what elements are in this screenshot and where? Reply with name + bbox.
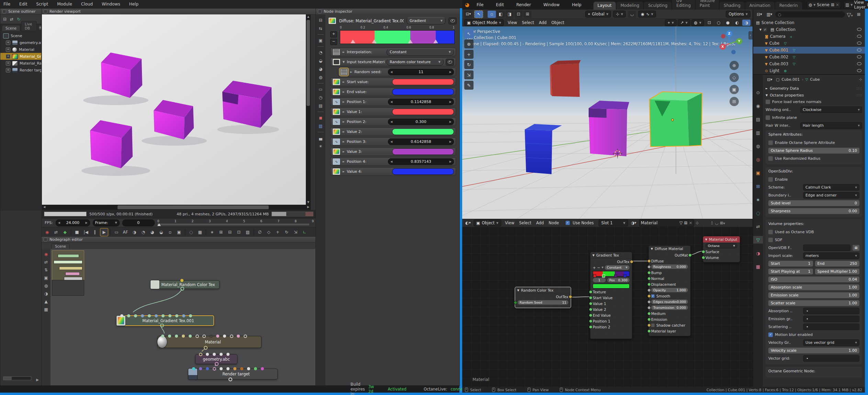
- properties-tab-object-data[interactable]: ▽: [753, 236, 763, 244]
- prop-slider[interactable]: Velocity scale1.00: [768, 348, 859, 353]
- shader-menu-view[interactable]: View: [503, 221, 517, 225]
- scale-tool-icon[interactable]: ⇲: [464, 70, 474, 79]
- image-icon[interactable]: ▣: [44, 275, 48, 280]
- crop-icon[interactable]: ▣: [175, 228, 183, 236]
- collapse-tree-icon[interactable]: ⇄: [10, 17, 13, 22]
- panel-checkbox-icon[interactable]: [44, 10, 47, 13]
- socket[interactable]: [226, 367, 230, 370]
- perspective-toggle-icon[interactable]: ⊞: [730, 97, 739, 106]
- prop-slider[interactable]: Octane Sphere Radius0.10: [768, 148, 859, 154]
- menu-module[interactable]: Module: [57, 2, 72, 7]
- options-dropdown[interactable]: Options▼: [726, 11, 750, 18]
- input-socket[interactable]: [589, 308, 592, 311]
- rotate-tool-icon[interactable]: ↻: [464, 60, 474, 69]
- menu-help[interactable]: Help: [570, 2, 584, 7]
- workspace-tab-layout[interactable]: Layout: [593, 2, 616, 10]
- properties-tab-world[interactable]: ◎: [753, 156, 763, 163]
- socket[interactable]: [213, 353, 216, 356]
- menu-file[interactable]: File: [3, 2, 10, 7]
- param-color-swatch[interactable]: [392, 148, 454, 155]
- socket[interactable]: [168, 314, 171, 317]
- axis-y-handle[interactable]: Y: [736, 38, 742, 44]
- select-mode-invert-icon[interactable]: ⊡: [514, 11, 523, 18]
- socket[interactable]: [155, 314, 158, 317]
- input-socket[interactable]: [702, 250, 705, 253]
- material-name-field[interactable]: Material ▽ ⊞ ×: [639, 219, 694, 227]
- interpolation-dropdown[interactable]: Constant▼: [605, 265, 630, 270]
- fit-screen-icon[interactable]: ▭: [113, 228, 120, 236]
- tree-item-render-targ[interactable]: +Render targ: [0, 67, 42, 74]
- properties-tab-view-layer[interactable]: ▥: [753, 129, 763, 136]
- prop-dropdown[interactable]: Clockwise▼: [800, 106, 862, 113]
- input-slider[interactable]: Roughness0.000: [651, 264, 688, 269]
- collection-checkbox[interactable]: ✓: [763, 28, 767, 32]
- prop-dropdown[interactable]: Edge and corner▼: [803, 192, 859, 199]
- socket[interactable]: [206, 367, 209, 370]
- workspace-tab-modeling[interactable]: Modeling: [616, 2, 644, 10]
- nodegraph-canvas[interactable]: Material_Random Color Tex Material_Gradi…: [51, 249, 316, 386]
- copy-material-icon[interactable]: ⊞: [684, 221, 688, 225]
- material-browse-icon[interactable]: ◑▼: [630, 220, 638, 226]
- output-target-dropdown[interactable]: Octane▼: [705, 243, 737, 248]
- input-checkbox[interactable]: ✓: [651, 294, 655, 298]
- viewport-vscrollbar[interactable]: ▲ ▼: [306, 14, 311, 205]
- pause-icon[interactable]: ‖: [91, 228, 99, 236]
- menu-script[interactable]: Script: [36, 2, 48, 7]
- remove-stop-icon[interactable]: −: [597, 266, 600, 270]
- camera-view-icon[interactable]: ▣: [730, 85, 739, 94]
- navigation-gizmo[interactable]: Z Y X: [716, 31, 742, 57]
- editor-type-dropdown[interactable]: ⊟▼: [464, 11, 472, 18]
- zoom-view-icon[interactable]: ⊕: [730, 61, 739, 70]
- refresh-icon[interactable]: ↻: [17, 17, 20, 22]
- param-spinner[interactable]: ◀0.300▶: [388, 118, 454, 125]
- select-mode-intersect-icon[interactable]: ⊞: [523, 11, 532, 18]
- socket[interactable]: [237, 335, 240, 338]
- prop-id-field[interactable]: •: [803, 355, 859, 362]
- input-socket[interactable]: [647, 324, 651, 327]
- rgb-preview-icon[interactable]: ◆: [61, 228, 69, 236]
- select-mode-subtract-icon[interactable]: ◨: [505, 11, 514, 18]
- socket[interactable]: [196, 335, 199, 338]
- node-random-color-tex[interactable]: Material_Random Color Tex: [151, 280, 220, 289]
- display-mode-dropdown[interactable]: ⊟▼: [755, 11, 764, 18]
- histogram-icon[interactable]: ▄: [319, 136, 322, 140]
- editor-type-dropdown[interactable]: ◐▼: [464, 220, 472, 226]
- pan-view-icon[interactable]: ◇: [730, 73, 739, 82]
- expand-arrow-icon[interactable]: ►: [343, 80, 345, 83]
- camera-icon[interactable]: ◔: [319, 50, 322, 55]
- node-diffuse-material[interactable]: ▼Diffuse Material OutMat DiffuseRoughnes…: [648, 245, 691, 336]
- gradient-editor[interactable]: + − 00.20.40.60.81: [330, 26, 456, 46]
- random-seed-field[interactable]: Random Seed11: [518, 300, 568, 305]
- decrement-icon[interactable]: ◀: [58, 221, 60, 224]
- material-icon[interactable]: ◍: [319, 75, 322, 80]
- outliner-item-cube-003[interactable]: ▼Cube.003▽: [753, 60, 865, 67]
- socket[interactable]: [189, 314, 192, 317]
- prop-slider[interactable]: Speed Multiplier1.00: [815, 269, 860, 274]
- hide-eye-icon[interactable]: [857, 61, 861, 66]
- shader-menu-add[interactable]: Add: [534, 221, 546, 225]
- active-select-tool[interactable]: ↖: [475, 11, 483, 18]
- menu-edit[interactable]: Edit: [493, 2, 506, 7]
- stop-color-swatch[interactable]: [593, 284, 630, 289]
- render-viewport-canvas[interactable]: ▲ ▼: [42, 14, 311, 205]
- layers-icon[interactable]: ▨: [319, 124, 322, 128]
- node-gradient-tex[interactable]: ▼Gradient Tex OutTex +−▼ Constant▼ 1 Pos…: [590, 252, 632, 339]
- axis-icon[interactable]: ∟: [301, 228, 308, 236]
- outtex-socket[interactable]: [630, 260, 633, 263]
- node-material-output[interactable]: ▼Material Output Octane▼ SurfaceVolume: [703, 236, 740, 262]
- prop-slider[interactable]: Absorption scale1.00: [768, 284, 859, 290]
- cube-gizmo-icon[interactable]: ◇: [265, 228, 272, 236]
- axis-x-handle[interactable]: X: [720, 44, 726, 50]
- camera-preset-icon[interactable]: ◔: [140, 228, 147, 236]
- properties-tab-texture[interactable]: ▦: [753, 263, 763, 270]
- input-socket[interactable]: [647, 294, 651, 298]
- properties-tab-particles[interactable]: ∗: [753, 196, 763, 203]
- properties-tab-tool[interactable]: ⊙: [753, 89, 763, 96]
- tree-item-scene[interactable]: Scene: [0, 32, 42, 39]
- increment-icon[interactable]: ▶: [449, 120, 452, 123]
- node-type-dropdown[interactable]: Gradient▼: [407, 17, 446, 24]
- frame-value-field[interactable]: 0: [122, 219, 155, 226]
- socket[interactable]: [192, 367, 195, 370]
- socket[interactable]: [220, 353, 223, 356]
- viewport-menu-select[interactable]: Select: [520, 20, 536, 25]
